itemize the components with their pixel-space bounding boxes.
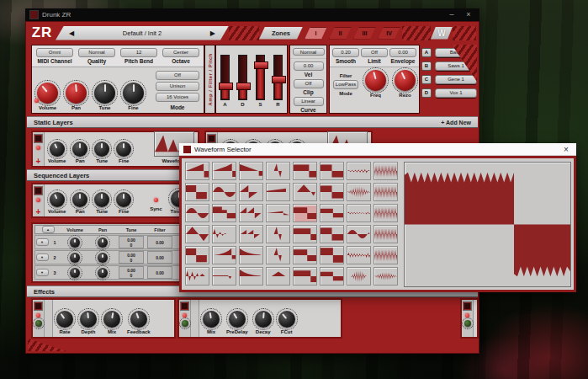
effect-name-tab[interactable] [191,300,199,337]
voice-button-unison[interactable]: Unison [156,82,199,91]
filter-value[interactable]: 0.00 [147,266,172,279]
knob-control[interactable] [70,238,80,248]
env-mode-button[interactable]: Normal [293,48,325,56]
knob-control[interactable] [395,70,416,91]
waveform-cell-ramp_small[interactable] [266,204,290,222]
waveform-cell-saw2_s[interactable] [239,225,263,243]
waveform-cell-sawtri[interactable] [239,183,263,201]
waveform-cell-tri_small[interactable] [266,267,290,286]
waveform-cell-vocal[interactable] [185,267,209,286]
knob-control[interactable] [98,238,108,248]
param-value-button[interactable]: Omni [36,48,73,57]
waveform-cell-comb[interactable] [373,246,398,264]
layer-select-button[interactable] [463,302,472,311]
sort-button[interactable]: ▲ [42,226,55,233]
param-value-button[interactable]: Normal [78,48,115,57]
add-layer-icon[interactable]: + [36,158,41,164]
waveform-cell-noise_low[interactable] [347,204,371,222]
waveform-cell-decay[interactable] [239,267,263,286]
knob-control[interactable] [278,311,295,328]
knob-control[interactable] [130,311,147,328]
waveform-cell-comb[interactable] [373,204,398,222]
waveform-cell-comb[interactable] [373,183,398,201]
waveform-cell-burst[interactable] [347,183,371,201]
waveform-cell-sq_wide[interactable] [293,225,317,243]
waveform-cell-noise_m[interactable] [347,246,371,264]
waveform-cell-sq50[interactable] [320,183,344,201]
slider-handle[interactable] [254,61,268,69]
waveform-cell-sawup_c[interactable] [212,162,236,180]
param-value-button[interactable]: 0.20 [332,48,359,57]
waveform-cell-decay[interactable] [239,246,263,264]
effect-name-tab[interactable] [45,300,53,337]
param-value-button[interactable]: Center [162,48,199,57]
waveform-cell-wiggle[interactable] [212,225,236,243]
waveform-cell-sq_wide[interactable] [293,267,317,286]
slider-track[interactable] [220,55,230,100]
add-layer-icon[interactable]: + [36,209,41,215]
dialog-close-button[interactable]: × [560,145,572,154]
filter-mode-button[interactable]: LowPass [333,80,358,89]
layer-select-button[interactable] [34,302,43,311]
slot-select-button[interactable]: Gene 1 [435,75,477,84]
knob-control[interactable] [98,253,108,263]
tune-value[interactable]: 0.000 [119,236,144,248]
knob-control[interactable] [103,311,120,328]
layer-select-button[interactable] [180,302,189,311]
param-value-button[interactable]: Linear [294,97,324,106]
window-titlebar[interactable]: Drunk ZR – × [25,8,479,21]
mini-green-knob[interactable] [182,320,188,327]
waveform-cell-comb[interactable] [373,162,398,180]
param-value-button[interactable]: Off [294,79,324,88]
tune-value[interactable]: 0.000 [119,266,144,279]
knob-control[interactable] [37,83,58,104]
knob-control[interactable] [66,83,87,104]
param-value-button[interactable]: Off [361,48,388,57]
knob-control[interactable] [94,83,115,104]
tune-value[interactable]: 0.000 [119,251,144,264]
waveform-cell-spike[interactable] [266,162,290,180]
knob-control[interactable] [80,311,97,328]
tab-zone-iii[interactable]: III [353,27,376,40]
knob-control[interactable] [116,192,131,207]
knob-control[interactable] [203,311,220,328]
waveform-cell-sq50[interactable] [320,162,344,180]
param-value-button[interactable]: 12 [120,48,157,57]
param-value-button[interactable]: 0.00 [389,48,416,57]
tab-zone-ii[interactable]: II [329,27,352,40]
waveform-cell-packet[interactable] [347,267,371,286]
waveform-cell-sq60[interactable] [293,246,317,264]
knob-control[interactable] [116,141,131,157]
slider-handle[interactable] [219,83,233,90]
slot-select-button[interactable]: Vox 1 [435,88,477,98]
waveform-cell-tri_peak[interactable] [293,183,317,201]
knob-control[interactable] [70,253,80,263]
layer-select-button[interactable] [207,134,216,143]
knob-control[interactable] [94,192,109,207]
preset-name[interactable]: Default / Init 2 [74,29,210,37]
knob-control[interactable] [50,192,65,207]
knob-control[interactable] [72,192,87,207]
waveform-cell-sine[interactable] [212,183,236,201]
waveform-cell-ramp_thin[interactable] [266,183,290,201]
knob-control[interactable] [56,311,73,328]
layer-select-button[interactable] [34,134,43,143]
knob-control[interactable] [50,141,65,157]
waveform-cell-sine_n[interactable] [347,225,371,243]
waveform-cell-noise_s[interactable] [347,162,371,180]
waveform-cell-spike[interactable] [266,246,290,264]
knob-control[interactable] [70,268,80,278]
waveform-cell-sq_low[interactable] [320,204,344,222]
waveform-cell-sawup[interactable] [185,162,209,180]
knob-control[interactable] [98,268,108,278]
slider-track[interactable] [238,55,247,100]
knob-control[interactable] [94,141,109,157]
waveform-cell-comb[interactable] [373,225,398,243]
waveform-cell-sine[interactable] [185,204,209,222]
layer-select-button[interactable] [34,186,43,195]
minimize-button[interactable]: – [445,9,458,20]
slider-handle[interactable] [272,76,286,83]
tab-zone-i[interactable]: I [305,27,327,40]
voice-button-16-voices[interactable]: 16 Voices [156,93,199,102]
mini-green-knob[interactable] [464,320,471,327]
